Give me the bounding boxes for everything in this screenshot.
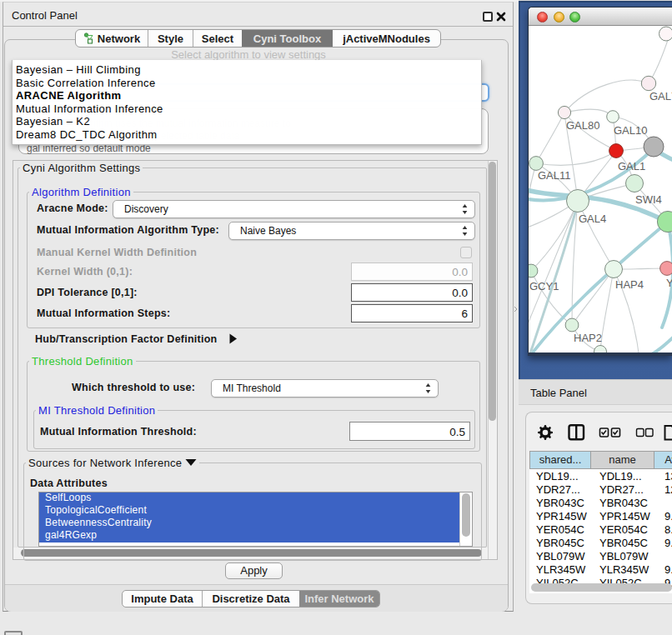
- svg-text:GAL11: GAL11: [538, 169, 571, 182]
- svg-text:GCY1: GCY1: [529, 280, 559, 292]
- svg-text:GAL1: GAL1: [618, 160, 645, 172]
- svg-text:SWI4: SWI4: [635, 193, 662, 206]
- svg-text:GAL10: GAL10: [614, 124, 647, 137]
- svg-text:HAP4: HAP4: [615, 278, 644, 291]
- svg-text:GAL80: GAL80: [566, 119, 599, 132]
- svg-text:Y: Y: [666, 277, 672, 289]
- svg-text:GAL7: GAL7: [649, 90, 672, 102]
- svg-text:GAL4: GAL4: [579, 212, 606, 225]
- svg-text:HAP2: HAP2: [574, 332, 602, 344]
